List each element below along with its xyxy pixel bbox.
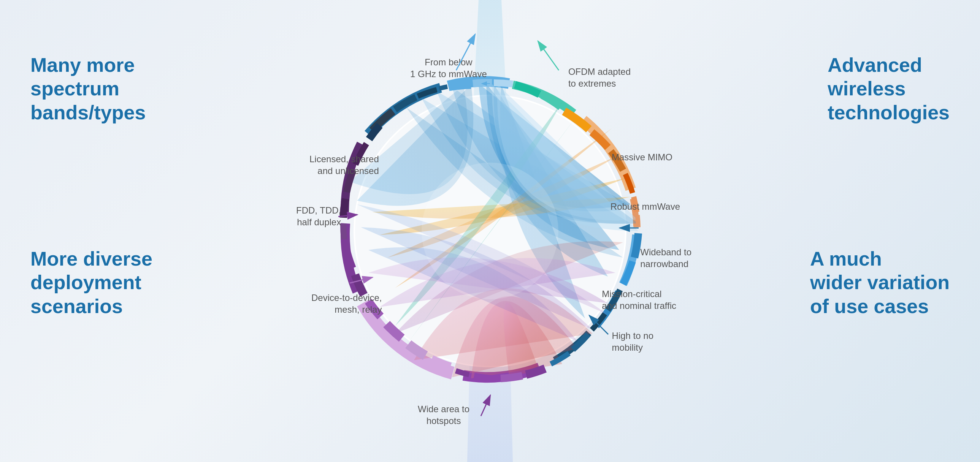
label-massive-mimo: Massive MIMO	[612, 151, 673, 163]
advanced-wireless-heading: Advanced wireless technologies	[827, 53, 950, 124]
chord-diagram: From below 1 GHz to mmWave OFDM adapted …	[319, 60, 661, 402]
label-robust-mmwave: Robust mmWave	[611, 201, 680, 213]
many-more-heading: Many more spectrum bands/types	[30, 53, 146, 124]
right-bottom-label: A much wider variation of use cases	[810, 247, 950, 318]
label-high-to-no: High to no mobility	[612, 330, 654, 353]
chord-svg	[319, 60, 661, 402]
label-from-below: From below 1 GHz to mmWave	[410, 56, 487, 80]
label-wide-area: Wide area to hotspots	[418, 403, 469, 427]
label-fdd-tdd: FDD, TDD, half duplex	[296, 205, 341, 228]
more-diverse-heading: More diverse deployment scenarios	[30, 247, 153, 318]
right-top-label: Advanced wireless technologies	[827, 53, 950, 124]
svg-point-2	[422, 163, 558, 299]
label-device-to-device: Device-to-device, mesh, relay	[311, 292, 382, 315]
label-mission-critical: Mission-critical and nominal traffic	[602, 288, 676, 311]
label-wideband: Wideband to narrowband	[640, 246, 692, 270]
wider-variation-heading: A much wider variation of use cases	[810, 247, 950, 318]
label-licensed: Licensed, shared and unlicensed	[309, 153, 379, 177]
main-container: Many more spectrum bands/types More dive…	[0, 0, 980, 462]
left-top-label: Many more spectrum bands/types	[30, 53, 146, 124]
label-ofdm: OFDM adapted to extremes	[568, 66, 631, 89]
left-bottom-label: More diverse deployment scenarios	[30, 247, 153, 318]
